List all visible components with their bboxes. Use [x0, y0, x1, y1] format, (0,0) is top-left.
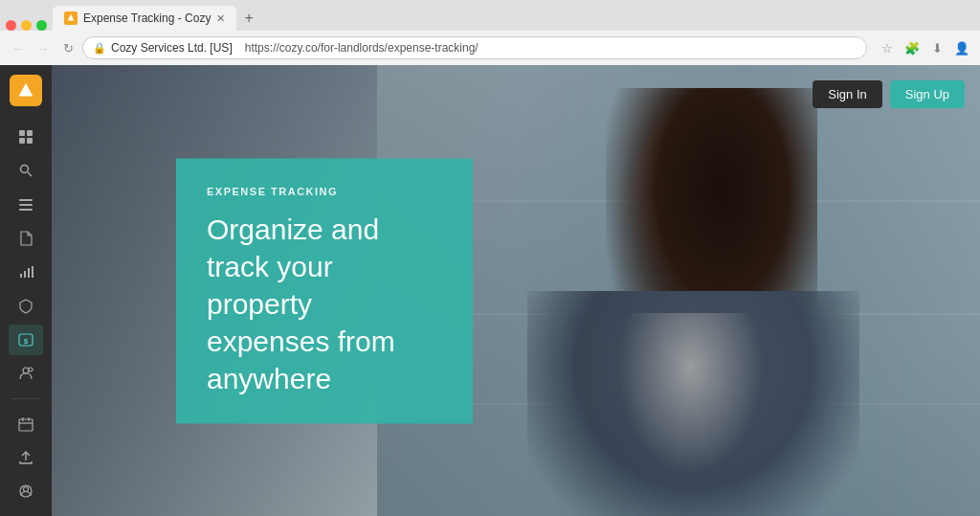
signup-button[interactable]: Sign Up: [890, 80, 965, 108]
documents-icon: [18, 231, 33, 246]
browser-chrome: Expense Tracking - Cozy ✕ + ← → ↻ 🔒 Cozy…: [0, 0, 980, 65]
svg-rect-11: [28, 268, 30, 278]
tab-title: Expense Tracking - Cozy: [83, 11, 211, 25]
hero-nav: Sign In Sign Up: [813, 80, 965, 108]
hero-section: EXPENSE TRACKING Organize and track your…: [52, 65, 980, 516]
active-tab[interactable]: Expense Tracking - Cozy ✕: [53, 6, 236, 31]
sidebar-item-calendar[interactable]: [9, 409, 43, 438]
nav-bar: ← → ↻ 🔒 Cozy Services Ltd. [US] https://…: [0, 31, 980, 65]
sidebar-item-tenants[interactable]: [9, 359, 43, 389]
url-bar[interactable]: 🔒 Cozy Services Ltd. [US] https://cozy.c…: [82, 36, 867, 59]
upload-icon: [18, 450, 33, 465]
svg-rect-0: [19, 130, 25, 136]
svg-point-4: [21, 166, 29, 173]
maximize-button[interactable]: [36, 20, 47, 31]
sidebar-item-profile[interactable]: [9, 477, 43, 506]
sidebar-item-documents[interactable]: [9, 223, 43, 253]
reload-button[interactable]: ↻: [57, 37, 78, 58]
tab-close-button[interactable]: ✕: [216, 12, 225, 25]
sidebar-item-security[interactable]: [9, 291, 43, 321]
reports-icon: [18, 264, 33, 280]
back-button[interactable]: ←: [8, 37, 29, 58]
cozy-logo[interactable]: [10, 75, 42, 106]
svg-rect-17: [19, 419, 33, 431]
hero-headline: Organize and track your property expense…: [207, 210, 442, 396]
svg-rect-7: [19, 204, 33, 206]
svg-rect-12: [32, 266, 33, 278]
traffic-lights: [6, 20, 47, 31]
ssl-lock-icon: 🔒: [93, 42, 106, 55]
svg-rect-1: [27, 130, 33, 136]
search-icon: [18, 163, 33, 178]
profile-icon: [18, 483, 33, 499]
svg-rect-3: [27, 138, 33, 144]
expenses-icon: $: [18, 332, 33, 348]
extension-button[interactable]: 🧩: [902, 37, 923, 58]
download-button[interactable]: ⬇: [926, 37, 947, 58]
sidebar: $: [0, 65, 52, 516]
new-tab-button[interactable]: +: [236, 6, 260, 31]
svg-line-5: [28, 172, 32, 176]
calendar-icon: [18, 416, 33, 432]
listings-icon: [18, 197, 33, 213]
hero-eyebrow: EXPENSE TRACKING: [207, 185, 442, 196]
main-content: $: [0, 65, 980, 516]
svg-point-22: [24, 487, 29, 492]
forward-button[interactable]: →: [33, 37, 54, 58]
svg-rect-10: [24, 271, 26, 278]
minimize-button[interactable]: [21, 20, 32, 31]
url-company: Cozy Services Ltd. [US]: [111, 41, 233, 55]
sidebar-divider: [11, 398, 40, 399]
svg-rect-9: [20, 274, 22, 278]
dashboard-icon: [18, 129, 33, 145]
svg-rect-6: [19, 199, 33, 201]
sidebar-item-search[interactable]: [9, 156, 43, 186]
svg-text:$: $: [24, 337, 29, 346]
hero-card: EXPENSE TRACKING Organize and track your…: [176, 158, 473, 423]
sidebar-item-reports[interactable]: [9, 258, 43, 287]
signin-button[interactable]: Sign In: [813, 80, 881, 108]
shield-icon: [18, 299, 33, 314]
svg-point-15: [23, 368, 29, 373]
tab-bar: Expense Tracking - Cozy ✕ +: [0, 0, 980, 31]
tab-favicon: [64, 11, 78, 25]
tenants-icon: [18, 366, 33, 381]
sidebar-item-expenses[interactable]: $: [9, 325, 43, 354]
close-button[interactable]: [6, 20, 16, 31]
url-full: https://cozy.co/for-landlords/expense-tr…: [245, 41, 479, 55]
svg-point-16: [29, 368, 33, 371]
browser-actions: ☆ 🧩 ⬇ 👤: [877, 37, 972, 58]
svg-rect-2: [19, 138, 25, 144]
sidebar-item-listings[interactable]: [9, 190, 43, 219]
url-path: [237, 42, 240, 54]
sidebar-item-upload[interactable]: [9, 442, 43, 472]
sidebar-item-dashboard[interactable]: [9, 122, 43, 151]
svg-rect-8: [19, 209, 33, 211]
bookmark-button[interactable]: ☆: [877, 37, 898, 58]
profile-button[interactable]: 👤: [951, 37, 972, 58]
